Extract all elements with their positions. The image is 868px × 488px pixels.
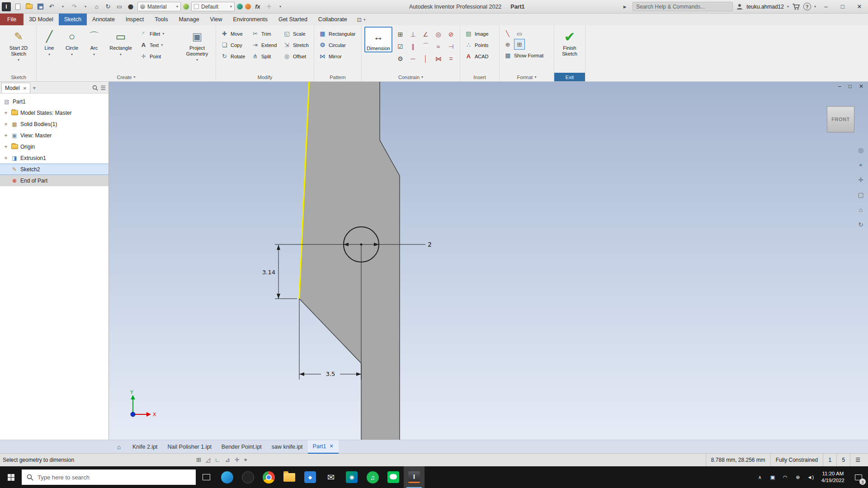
part-profile[interactable] (299, 82, 400, 440)
start-2d-sketch-button[interactable]: ✎ Start 2D Sketch ▾ (4, 27, 33, 62)
home-tab-icon[interactable]: ⌂ (113, 443, 125, 450)
orbit-icon[interactable]: ↻ (856, 220, 866, 230)
vertical-constraint-icon[interactable]: │ (420, 53, 432, 65)
tab-sketch[interactable]: Sketch (59, 14, 87, 25)
insert-acad-button[interactable]: AACAD (463, 51, 496, 62)
arc-button[interactable]: ⌒ Arc ▾ (85, 27, 104, 57)
inventor-taskbar-button[interactable]: I (404, 466, 425, 488)
sketch-view[interactable]: 2 3.14 3.5 Y X (109, 82, 868, 440)
origin-point[interactable] (131, 412, 135, 417)
taskbar-search[interactable] (22, 469, 196, 485)
network-icon[interactable]: ⊕ (792, 466, 804, 488)
smooth-constraint-icon[interactable]: ≈ (432, 41, 444, 52)
format-group-label[interactable]: Format▾ (502, 73, 551, 81)
pan-icon[interactable]: ✛ (856, 175, 866, 185)
graphics-canvas[interactable]: 2 3.14 3.5 Y X – □ ✕ FRON (109, 82, 868, 440)
format-grid-toggle-icon[interactable]: ⊞ (514, 39, 525, 50)
tree-item-sketch2[interactable]: ✎ Sketch2 (0, 164, 108, 175)
split-button[interactable]: ⋔Split (250, 51, 279, 62)
status-menu-icon[interactable]: ☰ (850, 454, 865, 466)
tree-item-extrusion1[interactable]: + ◨ Extrusion1 (0, 152, 108, 164)
minimize-button[interactable]: – (819, 0, 833, 13)
redo-icon[interactable]: ↷ (70, 2, 79, 12)
edge-taskbar-button[interactable] (217, 466, 237, 488)
format-fill-icon[interactable]: ⊕ (502, 39, 513, 50)
file-explorer-taskbar-button[interactable] (279, 466, 300, 488)
add-tool-icon[interactable]: ✛ (264, 2, 274, 12)
appearance-sphere-icon[interactable] (183, 4, 189, 9)
show-format-button[interactable]: ▩ Show Format (502, 50, 551, 61)
dropdown-arrow-icon[interactable]: ▾ (93, 52, 95, 56)
open-folder-icon[interactable] (24, 2, 33, 12)
capture-icon[interactable]: ▭ (115, 2, 124, 12)
finish-sketch-button[interactable]: ✔ Finish Sketch (556, 27, 583, 57)
dim-label-horizontal[interactable]: 3.5 (326, 371, 335, 377)
point-button[interactable]: ✛ Point (138, 51, 179, 62)
dropdown-arrow-icon[interactable]: ▾ (71, 52, 73, 56)
start-button[interactable] (0, 466, 22, 488)
extend-button[interactable]: ⇥Extend (250, 39, 279, 51)
symmetric-constraint-icon[interactable]: ⋈ (432, 53, 444, 65)
doc-minimize-button[interactable]: – (838, 83, 841, 89)
rectangular-pattern-button[interactable]: ▦Rectangular (317, 28, 359, 39)
horizontal-constraint-icon[interactable]: ─ (407, 53, 419, 65)
move-snap-icon[interactable]: ✛ (235, 456, 240, 464)
line-taskbar-button[interactable] (383, 466, 404, 488)
scale-button[interactable]: ◱Scale (281, 28, 311, 39)
target-snap-icon[interactable]: ⌖ (244, 456, 247, 464)
tree-item-end-of-part[interactable]: ⊗ End of Part (0, 175, 108, 186)
auto-dimension-icon[interactable]: ⊞ (394, 28, 406, 40)
tray-app-icon[interactable]: ▣ (766, 466, 779, 488)
add-browser-tab-button[interactable]: + (33, 84, 36, 91)
doctab-nail-polisher[interactable]: Nail Polisher 1.ipt (163, 440, 217, 454)
navigation-wheel-icon[interactable]: ◎ (856, 145, 866, 155)
doc-restore-button[interactable]: □ (849, 83, 852, 89)
tab-view[interactable]: View (205, 14, 228, 25)
refresh-icon[interactable]: ↻ (104, 2, 113, 12)
photos-taskbar-button[interactable]: ◆ (300, 466, 321, 488)
browser-menu-icon[interactable]: ☰ (100, 84, 106, 91)
dropdown-arrow-icon[interactable]: ▾ (161, 43, 163, 47)
line-button[interactable]: ╱ Line ▾ (39, 27, 59, 57)
dropdown-arrow-icon[interactable]: ▾ (196, 58, 198, 62)
rectangle-button[interactable]: ▭ Rectangle ▾ (105, 27, 136, 57)
meet-taskbar-button[interactable]: ◉ (341, 466, 362, 488)
tab-3d-model[interactable]: 3D Model (24, 14, 59, 25)
undo-dropdown-icon[interactable]: ▾ (58, 2, 67, 12)
grid-snap-icon[interactable]: ⊞ (196, 456, 201, 464)
ribbon-display-dropdown-icon[interactable]: ▾ (363, 18, 365, 22)
color-sphere-icon[interactable] (245, 4, 251, 9)
doc-close-button[interactable]: ✕ (859, 83, 863, 89)
circular-pattern-button[interactable]: ❂Circular (317, 39, 359, 51)
constraint-settings-icon[interactable]: ⚙ (394, 53, 406, 65)
concentric-constraint-icon[interactable]: ◎ (432, 28, 444, 40)
zoom-icon[interactable]: ⌖ (856, 160, 866, 170)
close-button[interactable]: ✕ (853, 0, 866, 13)
lock-constraint-icon[interactable]: ⊘ (445, 28, 457, 40)
xbox-taskbar-button[interactable] (237, 466, 258, 488)
move-button[interactable]: ✚Move (219, 28, 248, 39)
constrain-group-label[interactable]: Constrain▾ (364, 73, 457, 81)
close-icon[interactable]: ✕ (23, 86, 27, 91)
view-cube[interactable]: FRONT (827, 106, 854, 132)
angle-snap-icon[interactable]: ⊿ (225, 456, 230, 464)
username-menu[interactable]: teuku.ahmad12 (746, 4, 784, 10)
circle-button[interactable]: ○ Circle ▾ (61, 27, 83, 57)
inventor-logo-icon[interactable]: I (2, 2, 11, 11)
adjust-sphere-icon[interactable] (237, 4, 243, 9)
spotify-taskbar-button[interactable]: ♫ (362, 466, 383, 488)
doctab-part1[interactable]: Part1 ✕ (308, 440, 339, 454)
insert-image-button[interactable]: ▤Image (463, 28, 496, 39)
parameters-fx-icon[interactable]: fx (253, 2, 262, 12)
rotate-button[interactable]: ↻Rotate (219, 51, 248, 62)
chevron-down-icon[interactable]: ▾ (176, 5, 178, 9)
tab-tools[interactable]: Tools (149, 14, 173, 25)
trim-button[interactable]: ✂Trim (250, 28, 279, 39)
tree-item-view-master[interactable]: + ▣ View: Master (0, 130, 108, 141)
expand-icon[interactable]: + (3, 133, 9, 138)
home-icon[interactable]: ⌂ (92, 2, 101, 12)
expand-icon[interactable]: + (3, 144, 9, 150)
taskbar-clock[interactable]: 11:20 AM 4/19/2022 (817, 470, 849, 484)
close-icon[interactable]: ✕ (329, 443, 333, 449)
text-button[interactable]: A Text ▾ (138, 39, 179, 51)
